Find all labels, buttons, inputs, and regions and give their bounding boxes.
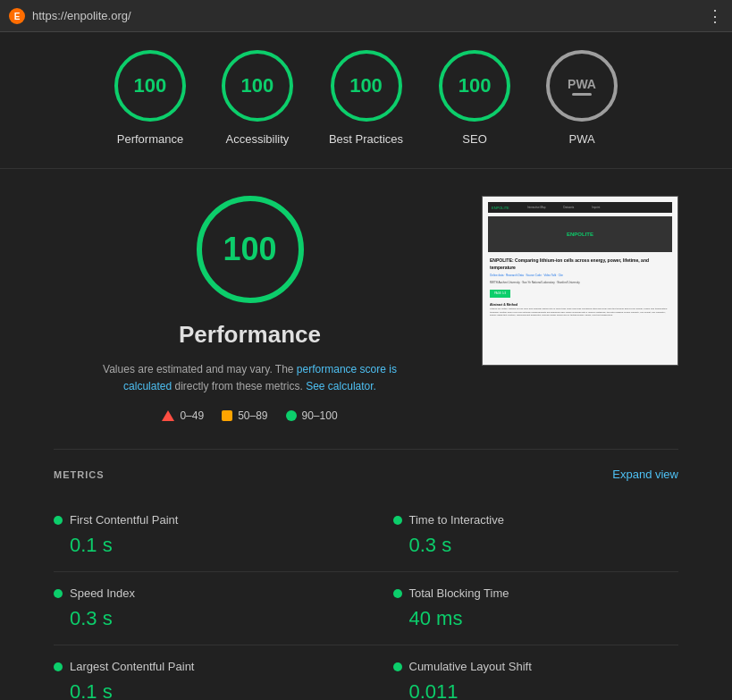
- metric-tbt: Total Blocking Time 40 ms: [366, 572, 679, 645]
- expand-view-button[interactable]: Expand view: [612, 468, 678, 481]
- score-label-performance: Performance: [117, 132, 183, 146]
- browser-bar: E https://enpolite.org/ ⋮: [0, 0, 732, 32]
- metric-value-tti: 0.3 s: [393, 534, 679, 557]
- metric-tti: Time to Interactive 0.3 s: [366, 499, 679, 572]
- metric-name-tbt: Total Blocking Time: [409, 586, 509, 600]
- metric-name-lcp: Largest Contentful Paint: [70, 660, 194, 673]
- metric-dot-tti: [393, 516, 402, 525]
- legend-yellow-icon: [222, 410, 232, 421]
- legend-green: 90–100: [286, 409, 338, 422]
- metric-value-cls: 0.011: [393, 680, 679, 700]
- metric-cls: Cumulative Layout Shift 0.011: [366, 645, 679, 700]
- metric-name-si: Speed Index: [70, 586, 135, 600]
- perf-calculator-link[interactable]: See calculator.: [306, 380, 376, 392]
- screenshot-content: ENPOLITE Interactive Map Datasets Imprin…: [483, 197, 677, 365]
- metric-value-fcp: 0.1 s: [54, 534, 340, 557]
- score-label-pwa: PWA: [568, 132, 594, 146]
- metric-name-fcp: First Contentful Paint: [70, 513, 178, 527]
- metric-value-lcp: 0.1 s: [54, 680, 340, 700]
- metric-name-cls: Cumulative Layout Shift: [409, 660, 532, 673]
- main-content: 100 Performance Values are estimated and…: [0, 169, 732, 700]
- metric-dot-tbt: [393, 589, 402, 598]
- metrics-grid: First Contentful Paint 0.1 s Time to Int…: [54, 499, 678, 700]
- performance-detail: 100 Performance Values are estimated and…: [54, 196, 678, 422]
- metric-value-tbt: 40 ms: [393, 607, 679, 630]
- legend: 0–49 50–89 90–100: [162, 409, 337, 422]
- score-circle-performance: 100: [114, 50, 186, 122]
- metric-dot-cls: [393, 662, 402, 671]
- sc-article-title: ENPOLITE: Comparing lithium-ion cells ac…: [490, 257, 670, 271]
- sc-header: ENPOLITE Interactive Map Datasets Imprin…: [488, 202, 672, 213]
- score-circle-pwa: PWA: [546, 50, 618, 122]
- score-best-practices[interactable]: 100 Best Practices: [329, 50, 403, 146]
- score-seo[interactable]: 100 SEO: [439, 50, 510, 146]
- pwa-text: PWA: [568, 77, 596, 91]
- svg-text:E: E: [14, 12, 21, 21]
- score-accessibility[interactable]: 100 Accessibility: [222, 50, 293, 146]
- legend-red: 0–49: [162, 409, 204, 422]
- legend-green-icon: [286, 410, 297, 421]
- metric-value-si: 0.3 s: [54, 607, 340, 630]
- metric-dot-fcp: [54, 516, 63, 525]
- perf-left: 100 Performance Values are estimated and…: [54, 196, 446, 422]
- metric-cls-header: Cumulative Layout Shift: [393, 660, 679, 673]
- metric-name-tti: Time to Interactive: [409, 513, 504, 527]
- perf-title: Performance: [179, 321, 321, 349]
- perf-description: Values are estimated and may vary. The p…: [98, 361, 402, 395]
- site-icon: E: [9, 8, 25, 24]
- sc-hero: ENPOLITE: [488, 216, 672, 252]
- score-circle-accessibility: 100: [222, 50, 293, 122]
- metrics-header: METRICS Expand view: [54, 468, 678, 481]
- legend-yellow: 50–89: [222, 409, 267, 422]
- browser-url: https://enpolite.org/: [32, 9, 131, 22]
- section-divider: [54, 449, 678, 450]
- perf-right: ENPOLITE Interactive Map Datasets Imprin…: [482, 196, 678, 366]
- score-label-seo: SEO: [462, 132, 486, 146]
- metric-tti-header: Time to Interactive: [393, 513, 679, 527]
- metrics-title: METRICS: [54, 469, 105, 480]
- sc-hero-text: ENPOLITE: [567, 232, 593, 237]
- metric-dot-lcp: [54, 662, 63, 671]
- metric-si-header: Speed Index: [54, 586, 340, 600]
- big-score-circle: 100: [197, 196, 304, 303]
- sc-page-btn: PAGE 1/4: [490, 290, 510, 298]
- browser-menu-icon[interactable]: ⋮: [707, 6, 723, 26]
- sc-site-name: ENPOLITE: [492, 206, 509, 210]
- score-label-accessibility: Accessibility: [226, 132, 290, 146]
- score-label-best-practices: Best Practices: [329, 132, 403, 146]
- screenshot-frame: ENPOLITE Interactive Map Datasets Imprin…: [482, 196, 678, 366]
- scores-section: 100 Performance 100 Accessibility 100 Be…: [0, 32, 732, 169]
- metric-lcp: Largest Contentful Paint 0.1 s: [54, 645, 366, 700]
- pwa-dash: [572, 93, 592, 96]
- metric-fcp-header: First Contentful Paint: [54, 513, 340, 527]
- score-performance[interactable]: 100 Performance: [114, 50, 186, 146]
- metric-lcp-header: Largest Contentful Paint: [54, 660, 340, 673]
- legend-triangle-icon: [162, 410, 174, 421]
- metric-tbt-header: Total Blocking Time: [393, 586, 679, 600]
- score-circle-seo: 100: [439, 50, 510, 122]
- score-pwa[interactable]: PWA PWA: [546, 50, 618, 146]
- metric-si: Speed Index 0.3 s: [54, 572, 366, 645]
- score-circle-best-practices: 100: [331, 50, 402, 122]
- metrics-section: METRICS Expand view First Contentful Pai…: [54, 468, 678, 700]
- metric-fcp: First Contentful Paint 0.1 s: [54, 499, 366, 572]
- metric-dot-si: [54, 589, 63, 598]
- sc-body: ENPOLITE: Comparing lithium-ion cells ac…: [488, 255, 672, 320]
